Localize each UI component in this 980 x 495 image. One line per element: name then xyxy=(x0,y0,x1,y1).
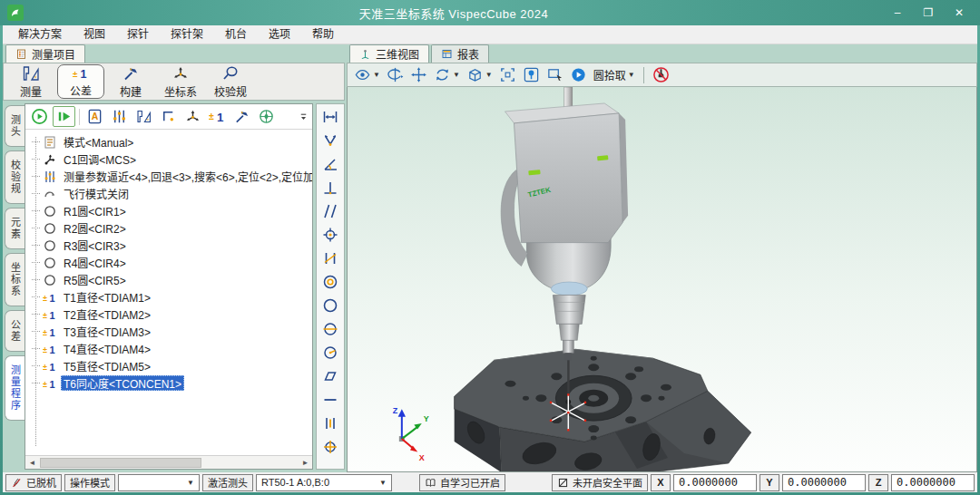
menu-view[interactable]: 视图 xyxy=(74,26,115,43)
eye-button[interactable]: ▼ xyxy=(353,64,381,85)
safety-plane-status[interactable]: 未开启安全平面 xyxy=(552,474,648,491)
category-toolbar: 测量 公差 构建 坐标系 xyxy=(3,63,345,101)
tree-item-circle[interactable]: R4圆<CIR4> xyxy=(30,254,312,271)
tree-item-circle[interactable]: R3圆<CIR3> xyxy=(30,237,312,254)
probe-disable-button[interactable] xyxy=(652,64,671,85)
corner-button[interactable] xyxy=(157,106,180,127)
side-tab-coordinate-system[interactable]: 坐标系 xyxy=(5,253,24,306)
axes-button[interactable] xyxy=(181,106,204,127)
program-toolbar xyxy=(25,104,312,130)
runout-icon[interactable] xyxy=(319,343,341,363)
cylindricity-icon[interactable] xyxy=(319,319,341,339)
recall-icon xyxy=(43,152,57,167)
menu-probe-rack[interactable]: 探针架 xyxy=(161,26,213,43)
view-toolbar: ▼ ▼ ▼ 圆拾取▼ xyxy=(347,63,977,87)
tree-item-parameters[interactable]: 测量参数逼近<4>,回退<3>,搜索<6>,定位<2>,定位加<2>,测 xyxy=(30,168,312,185)
close-button[interactable]: ✕ xyxy=(946,4,973,22)
pan-button[interactable] xyxy=(409,64,428,85)
distance-icon[interactable] xyxy=(319,107,341,127)
side-tab-gauge[interactable]: 校验规 xyxy=(5,150,24,204)
locate-button[interactable] xyxy=(522,64,541,85)
tree-item-tolerance-selected[interactable]: T6同心度<TCONCEN1> xyxy=(30,374,312,392)
position-target-icon[interactable] xyxy=(319,225,341,245)
tree-item-tolerance[interactable]: T3直径<TDIAM3> xyxy=(30,323,312,340)
parameters-button[interactable] xyxy=(108,106,131,127)
menu-solution[interactable]: 解决方案 xyxy=(8,26,72,43)
tree-item-tolerance[interactable]: T2直径<TDIAM2> xyxy=(30,306,312,323)
play-view-button[interactable] xyxy=(569,64,588,85)
tree-item-circle[interactable]: R2圆<CIR2> xyxy=(30,219,312,237)
title-bar: 天准三坐标系统 VispecCube 2024 – ❐ ✕ xyxy=(0,0,980,25)
scroll-right-icon[interactable]: ► xyxy=(299,459,311,467)
category-measure-button[interactable]: 测量 xyxy=(7,64,54,99)
menu-machine[interactable]: 机台 xyxy=(215,26,257,43)
angularity-icon[interactable] xyxy=(319,248,341,268)
scroll-left-icon[interactable]: ◄ xyxy=(26,459,38,467)
probe-path-button[interactable] xyxy=(255,106,278,127)
category-tolerance-button[interactable]: 公差 xyxy=(57,64,104,99)
chevron-down-icon: ▼ xyxy=(373,71,380,79)
perpendicularity-icon[interactable] xyxy=(319,178,341,198)
menu-probe[interactable]: 探针 xyxy=(117,26,159,43)
category-gauge-button[interactable]: 校验规 xyxy=(207,64,254,99)
menu-help[interactable]: 帮助 xyxy=(302,26,344,43)
operation-mode-select[interactable]: ▼ xyxy=(118,474,200,491)
angle-icon[interactable] xyxy=(319,154,341,174)
orbit-button[interactable] xyxy=(386,64,405,85)
active-probe-select[interactable]: RT50-1 A:0,B:0 ▼ xyxy=(256,474,392,491)
angle-between-icon[interactable] xyxy=(319,131,341,150)
tree-item-tolerance[interactable]: T4直径<TDIAM4> xyxy=(30,340,312,357)
horizontal-scrollbar[interactable]: ◄ ► xyxy=(25,455,312,469)
tolerance-item-icon xyxy=(43,290,57,305)
self-learning-status[interactable]: 自学习已开启 xyxy=(419,474,505,491)
rotate-button[interactable]: ▼ xyxy=(433,64,461,85)
step-run-button[interactable] xyxy=(53,106,75,127)
tree-item-fly-mode[interactable]: 飞行模式关闭 xyxy=(30,185,312,202)
run-button[interactable] xyxy=(28,106,51,127)
measure-tools-button[interactable] xyxy=(132,106,155,127)
measure-icon xyxy=(21,64,41,82)
tolerance-small-button[interactable] xyxy=(206,106,229,127)
tab-report[interactable]: 报表 xyxy=(431,44,489,63)
magnifier-icon xyxy=(220,64,240,82)
toolbar-separator xyxy=(643,67,644,83)
learning-icon xyxy=(425,477,436,489)
side-tab-probe[interactable]: 测头 xyxy=(5,105,24,147)
tree-item-circle[interactable]: R5圆<CIR5> xyxy=(30,271,312,288)
fit-view-button[interactable] xyxy=(498,64,517,85)
hammer-button[interactable] xyxy=(230,106,253,127)
toolbar-separator xyxy=(79,109,80,125)
toolbar-overflow-button[interactable] xyxy=(297,109,309,125)
category-coordinate-system-button[interactable]: 坐标系 xyxy=(157,64,204,99)
tree-item-mode[interactable]: 模式<Manual> xyxy=(30,133,312,150)
symmetry-icon[interactable] xyxy=(319,413,341,433)
side-tab-tolerance[interactable]: 公差 xyxy=(5,310,24,352)
auto-text-button[interactable] xyxy=(83,106,106,127)
circle-pick-button[interactable]: 圆拾取▼ xyxy=(593,64,636,85)
straightness-icon[interactable] xyxy=(319,390,341,410)
category-construct-button[interactable]: 构建 xyxy=(107,64,154,99)
tab-measurement-project[interactable]: 测量项目 xyxy=(5,44,85,63)
window-title: 天准三坐标系统 VispecCube 2024 xyxy=(24,5,884,22)
minimize-button[interactable]: – xyxy=(884,4,911,22)
menu-bar: 解决方案 视图 探针 探针架 机台 选项 帮助 xyxy=(3,25,977,44)
tree-item-tolerance[interactable]: T1直径<TDIAM1> xyxy=(30,288,312,306)
parallelism-icon[interactable] xyxy=(319,201,341,221)
flatness-icon[interactable] xyxy=(319,366,341,386)
scrollbar-thumb[interactable] xyxy=(40,458,201,468)
menu-options[interactable]: 选项 xyxy=(259,26,300,43)
window-select-button[interactable] xyxy=(545,64,564,85)
overflow-icon xyxy=(299,112,309,121)
tree-item-circle[interactable]: R1圆<CIR1> xyxy=(30,202,312,219)
tree-item-tolerance[interactable]: T5直径<TDIAM5> xyxy=(30,357,312,374)
side-tab-elements[interactable]: 元素 xyxy=(5,208,24,249)
side-tab-measure-program[interactable]: 测量程序 xyxy=(5,355,24,421)
maximize-button[interactable]: ❐ xyxy=(915,4,942,22)
tab-3d-view[interactable]: 三维视图 xyxy=(349,44,429,63)
position-icon[interactable] xyxy=(319,437,341,457)
circularity-icon[interactable] xyxy=(319,296,341,315)
3d-viewport[interactable]: TZTEK xyxy=(347,87,977,472)
concentricity-icon[interactable] xyxy=(319,272,341,292)
tree-item-recall[interactable]: C1回调<MCS> xyxy=(30,150,312,168)
cube-view-button[interactable]: ▼ xyxy=(466,64,494,85)
